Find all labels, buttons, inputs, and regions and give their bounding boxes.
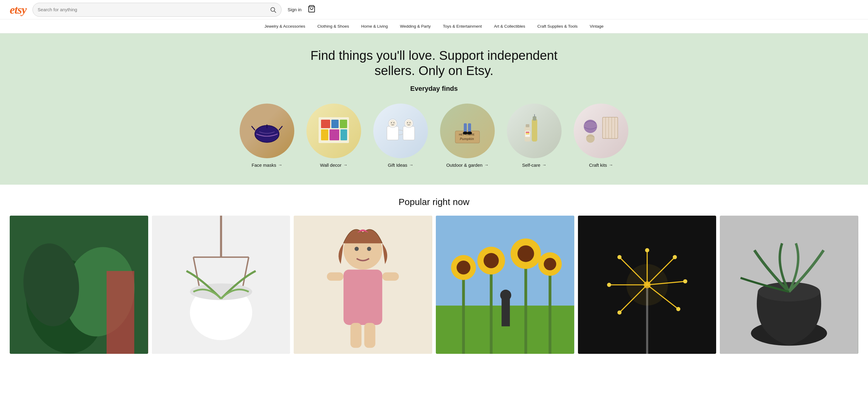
self-care-graphic (516, 113, 553, 149)
svg-point-19 (391, 122, 392, 123)
nav-item-art[interactable]: Art & Collectibles (494, 24, 525, 29)
svg-rect-37 (526, 132, 529, 133)
svg-rect-8 (321, 120, 330, 128)
svg-point-44 (584, 120, 597, 133)
product-card-5[interactable] (578, 216, 716, 354)
product-card-3[interactable] (294, 216, 432, 354)
product-card-4[interactable] (436, 216, 574, 354)
everyday-item-face-masks[interactable]: Face masks → (240, 103, 294, 168)
everyday-item-self-care[interactable]: Self-care → (507, 103, 562, 168)
svg-rect-35 (526, 124, 529, 127)
product-image-4 (436, 216, 574, 354)
svg-point-91 (683, 279, 687, 283)
svg-point-62 (367, 247, 371, 251)
svg-point-79 (518, 245, 534, 262)
outdoor-label: Outdoor & garden → (446, 162, 488, 168)
hero-subtitle: Everyday finds (10, 85, 858, 93)
svg-point-61 (355, 247, 359, 251)
svg-rect-10 (340, 120, 347, 128)
nav-item-toys[interactable]: Toys & Entertainment (443, 24, 482, 29)
everyday-item-outdoor[interactable]: HEY THERE Pumpkin Outdoor & garden → (440, 103, 495, 168)
self-care-image (507, 103, 562, 158)
svg-rect-27 (464, 123, 467, 132)
product-image-3 (294, 216, 432, 354)
arrow-icon: → (409, 162, 413, 167)
search-icon (270, 6, 276, 13)
search-button[interactable] (270, 6, 276, 13)
wall-decor-image (306, 103, 361, 158)
svg-point-20 (394, 122, 395, 123)
product-card-6[interactable] (720, 216, 858, 354)
arrow-icon: → (278, 162, 282, 167)
svg-rect-9 (331, 120, 339, 128)
popular-section: Popular right now (0, 185, 868, 354)
product-image-5 (578, 216, 716, 354)
outdoor-image: HEY THERE Pumpkin (440, 103, 495, 158)
wall-decor-graphic (315, 114, 352, 148)
svg-rect-11 (321, 129, 328, 140)
face-masks-label: Face masks → (252, 162, 282, 168)
everyday-finds-grid: Face masks → (10, 103, 858, 172)
nav-item-clothing[interactable]: Clothing & Shoes (317, 24, 349, 29)
popular-title: Popular right now (10, 197, 858, 207)
nav-item-craft[interactable]: Craft Supplies & Tools (537, 24, 578, 29)
svg-rect-14 (387, 126, 399, 140)
search-input[interactable] (38, 7, 270, 12)
nav-item-home[interactable]: Home & Living (361, 24, 388, 29)
svg-rect-31 (532, 119, 537, 141)
svg-rect-66 (350, 323, 362, 348)
svg-rect-50 (106, 271, 134, 354)
product-image-6 (720, 216, 858, 354)
arrow-icon: → (485, 162, 489, 167)
everyday-item-wall-decor[interactable]: Wall decor → (306, 103, 361, 168)
svg-point-102 (626, 264, 668, 306)
svg-rect-39 (602, 117, 618, 138)
svg-rect-38 (526, 133, 529, 134)
svg-point-22 (407, 122, 408, 123)
svg-rect-67 (365, 323, 375, 348)
main-nav: Jewelry & Accessories Clothing & Shoes H… (0, 20, 868, 33)
svg-point-23 (410, 122, 411, 123)
nav-item-vintage[interactable]: Vintage (590, 24, 604, 29)
nav-item-jewelry[interactable]: Jewelry & Accessories (265, 24, 305, 29)
svg-point-89 (673, 255, 677, 259)
nav-item-wedding[interactable]: Wedding & Party (400, 24, 431, 29)
cart-button[interactable] (308, 5, 315, 14)
wall-decor-label: Wall decor → (320, 162, 347, 168)
svg-point-73 (457, 260, 470, 275)
svg-rect-16 (403, 126, 414, 140)
product-card-1[interactable] (10, 216, 148, 354)
svg-text:Pumpkin: Pumpkin (460, 137, 474, 140)
svg-point-99 (617, 310, 622, 315)
svg-point-18 (390, 120, 396, 127)
etsy-logo[interactable]: etsy (10, 3, 26, 17)
svg-point-84 (500, 290, 511, 301)
face-mask-graphic (250, 117, 284, 145)
svg-rect-12 (330, 129, 339, 140)
svg-point-29 (463, 131, 468, 134)
craft-kits-image (574, 103, 628, 158)
svg-rect-63 (343, 270, 382, 325)
svg-point-93 (676, 307, 680, 311)
svg-point-21 (405, 120, 412, 127)
svg-point-76 (484, 253, 499, 268)
hero-section: Find things you'll love. Support indepen… (0, 33, 868, 185)
hero-title: Find things you'll love. Support indepen… (297, 48, 571, 78)
arrow-icon: → (343, 162, 347, 167)
svg-point-101 (645, 248, 649, 252)
popular-grid (10, 216, 858, 354)
product-card-2[interactable] (152, 216, 290, 354)
gift-ideas-image (373, 103, 428, 158)
svg-point-30 (467, 131, 472, 134)
cart-icon (308, 5, 315, 13)
svg-point-45 (586, 134, 595, 143)
everyday-item-gift-ideas[interactable]: Gift Ideas → (373, 103, 428, 168)
everyday-item-craft-kits[interactable]: Craft kits → (574, 103, 628, 168)
svg-line-5 (279, 126, 282, 130)
svg-rect-64 (327, 273, 344, 281)
sign-in-button[interactable]: Sign in (288, 7, 302, 12)
svg-rect-28 (468, 123, 471, 132)
gift-ideas-graphic (382, 114, 419, 148)
product-image-2 (152, 216, 290, 354)
svg-point-95 (617, 255, 622, 259)
